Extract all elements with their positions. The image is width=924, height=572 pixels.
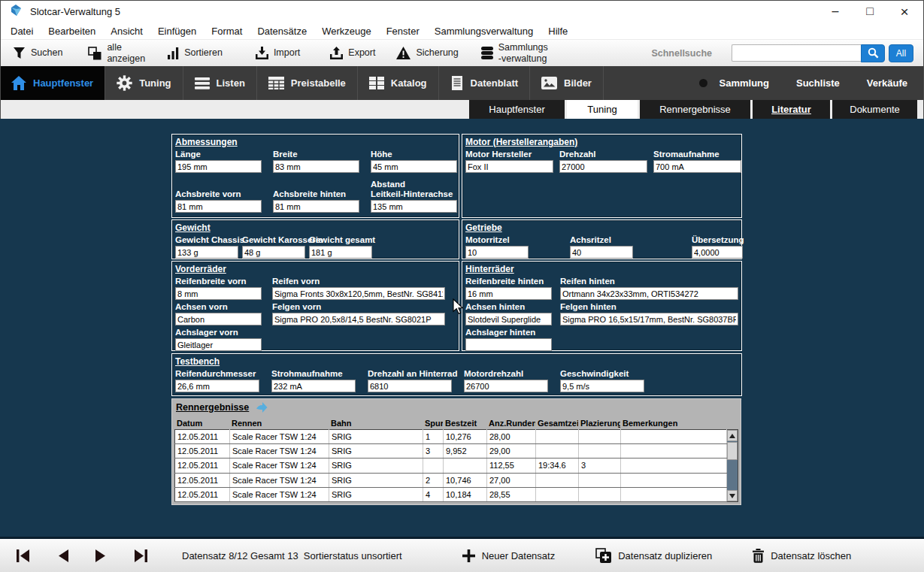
quick-search-input[interactable] [732,44,861,62]
menu-sammlungsverwaltung[interactable]: Sammlungsverwaltung [427,24,541,38]
reifen-vorn-input[interactable] [272,287,445,300]
strohmaufnahme-input[interactable] [271,380,356,392]
motorritzel-input[interactable] [465,246,529,259]
race-row[interactable]: 12.05.2011Scale Racer TSW 1:24SRIG410,18… [175,487,727,501]
list-icon [195,77,210,89]
gewicht-chassis-input[interactable] [175,246,238,259]
delete-record-button[interactable]: Datensatz löschen [753,549,851,563]
achsen-vorn-input[interactable] [175,313,262,325]
achslager-vorn-input[interactable] [175,338,262,351]
scroll-down-arrow[interactable] [727,490,738,501]
nav-datenblatt[interactable]: Datenblatt [439,66,531,100]
drehzahl-input[interactable] [559,160,647,173]
achsbreite-hinten-input[interactable] [273,200,359,213]
stromaufnahme-input[interactable] [653,160,741,173]
tab-rennergebnisse[interactable]: Rennergebnisse [640,100,750,119]
fieldset-abmessungen: Abmessungen Länge Breite Höhe Achsbreite… [171,134,459,218]
menu-werkzeuge[interactable]: Werkzeuge [314,24,379,38]
race-table-scrollbar[interactable] [727,429,738,502]
search-button[interactable]: Suchen [14,47,62,59]
close-button[interactable]: × [898,5,910,19]
window-title: Slotcar-Verwaltung 5 [30,6,120,17]
scroll-up-arrow[interactable] [727,430,738,441]
nav-verkaeufe[interactable]: Verkäufe [867,77,907,89]
duplicate-record-button[interactable]: Datensatz duplizieren [595,548,712,563]
next-record-button[interactable] [95,549,106,562]
menu-hilfe[interactable]: Hilfe [541,24,575,38]
nav-sammlung[interactable]: Sammlung [720,77,769,89]
quick-search-all-button[interactable]: All [889,44,913,62]
abstand-leitkeil-input[interactable] [371,200,457,213]
felgen-vorn-input[interactable] [272,313,445,325]
fieldset-testbench: Testbench Reifendurchmesser Strohmaufnah… [171,353,742,396]
achsen-hinten-input[interactable] [465,313,552,325]
export-button[interactable]: Export [330,47,375,59]
warning-triangle-icon [396,47,410,59]
achsbreite-vorn-input[interactable] [175,200,262,213]
reifenbreite-vorn-input[interactable] [175,287,262,300]
tab-tuning[interactable]: Tuning [567,100,638,119]
nav-suchliste[interactable]: Suchliste [796,77,840,89]
achslager-hinten-input[interactable] [465,338,552,351]
nav-preistabelle[interactable]: Preistabelle [257,66,358,100]
drehzahl-hinterrad-input[interactable] [368,380,452,392]
status-bar: Datensatz 8/12 Gesamt 13 Sortierstatus u… [0,537,924,572]
menu-datensaetze[interactable]: Datensätze [250,24,314,38]
import-button[interactable]: Import [256,47,300,59]
menu-ansicht[interactable]: Ansicht [103,24,150,38]
hoehe-input[interactable] [371,160,457,173]
reifendurchmesser-input[interactable] [175,380,259,392]
geschwindigkeit-input[interactable] [560,380,644,392]
race-row[interactable]: 12.05.2011Scale Racer TSW 1:24SRIG112,55… [175,459,727,473]
nav-hauptfenster[interactable]: Hauptfenster [0,66,105,100]
laenge-input[interactable] [175,160,262,173]
nav-listen[interactable]: Listen [183,66,257,100]
tab-hauptfenster[interactable]: Hauptfenster [469,100,565,119]
tab-literatur[interactable]: Literatur [753,100,830,119]
scroll-thumb[interactable] [727,442,738,460]
race-row[interactable]: 12.05.2011Scale Racer TSW 1:24SRIG39,952… [175,444,727,459]
tab-dokumente[interactable]: Dokumente [832,100,917,119]
previous-record-button[interactable] [58,549,68,562]
sort-button[interactable]: Sortieren [168,47,223,59]
reifen-hinten-input[interactable] [560,287,738,300]
last-record-button[interactable] [133,549,147,562]
show-all-button[interactable]: alle anzeigen [88,42,145,64]
tuning-form: Abmessungen Länge Breite Höhe Achsbreite… [0,119,924,537]
race-row[interactable]: 12.05.2011Scale Racer TSW 1:24SRIG110,27… [175,430,727,444]
achsritzel-input[interactable] [570,246,633,259]
nav-tuning[interactable]: Tuning [105,66,183,100]
new-record-button[interactable]: Neuer Datensatz [462,549,556,562]
fieldset-vorderraeder: Vorderräder Reifenbreite vorn Reifen vor… [171,261,459,351]
menu-fenster[interactable]: Fenster [379,24,427,38]
maximize-button[interactable]: □ [864,5,876,17]
gewicht-gesamt-input[interactable] [309,246,372,259]
menu-format[interactable]: Format [204,24,250,38]
uebersetzung-input[interactable] [692,246,743,259]
quick-search-go-button[interactable] [861,44,885,62]
backup-button[interactable]: Sicherung [396,47,458,59]
record-indicator-bullet [699,79,707,87]
record-navigation [17,549,147,562]
menu-einfuegen[interactable]: Einfügen [150,24,204,38]
nav-bilder[interactable]: Bilder [530,66,604,100]
motor-hersteller-input[interactable] [465,160,553,173]
first-record-button[interactable] [17,549,31,562]
gewicht-karosserie-input[interactable] [242,246,305,259]
minimize-button[interactable]: – [829,5,841,17]
collection-management-button[interactable]: Sammlungs -verwaltung [481,42,548,64]
motordrehzahl-input[interactable] [464,380,548,392]
felgen-hinten-input[interactable] [560,313,738,325]
goto-race-results-arrow-icon[interactable] [256,402,268,413]
menu-bearbeiten[interactable]: Bearbeiten [41,24,103,38]
race-row[interactable]: 12.05.2011Scale Racer TSW 1:24SRIG210,74… [175,473,727,487]
menu-datei[interactable]: Datei [3,24,41,38]
race-results-title: Rennergebnisse [176,402,249,413]
record-info: Datensatz 8/12 Gesamt 13 Sortierstatus u… [182,550,402,561]
gear-icon [117,75,132,91]
nav-katalog[interactable]: Katalog [358,66,439,100]
race-results-table: 12.05.2011Scale Racer TSW 1:24SRIG110,27… [174,429,727,502]
fieldset-title: Vorderräder [175,264,456,274]
reifenbreite-hinten-input[interactable] [465,287,552,300]
breite-input[interactable] [273,160,359,173]
